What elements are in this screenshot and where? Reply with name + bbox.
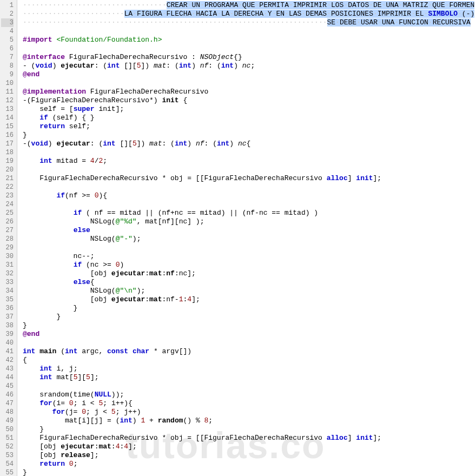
code-line[interactable]: - (void) ejecutar: (int [][5]) mat: (int… bbox=[23, 62, 476, 70]
code-line[interactable]: mat[i][j] = (int) 1 + random() % 8; bbox=[23, 416, 476, 425]
code-line[interactable]: else{ bbox=[23, 278, 476, 287]
code-line[interactable]: for(i= 0; i < 5; i++){ bbox=[23, 399, 476, 408]
line-number[interactable]: 18 bbox=[1, 148, 14, 157]
line-number[interactable]: 9 bbox=[1, 70, 14, 79]
line-number[interactable]: 25 bbox=[1, 209, 14, 217]
line-number[interactable]: 28 bbox=[1, 235, 14, 243]
line-number[interactable]: 11 bbox=[1, 88, 14, 96]
code-line[interactable]: if (nc >= 0) bbox=[23, 261, 476, 269]
line-number[interactable]: 19 bbox=[1, 157, 14, 166]
code-line[interactable]: NSLog(@"\n"); bbox=[23, 287, 476, 295]
line-number[interactable]: 38 bbox=[1, 321, 14, 330]
code-line[interactable] bbox=[23, 79, 476, 88]
line-number[interactable]: 32 bbox=[1, 269, 14, 278]
line-number[interactable]: 17 bbox=[1, 140, 14, 148]
code-line[interactable]: [obj ejecutar:mat:nf:nc]; bbox=[23, 269, 476, 278]
code-line[interactable]: } bbox=[23, 425, 476, 434]
code-line[interactable]: int mat[5][5]; bbox=[23, 373, 476, 382]
code-line[interactable]: self = [super init]; bbox=[23, 105, 476, 114]
line-number[interactable]: 33 bbox=[1, 278, 14, 287]
line-number[interactable]: 12 bbox=[1, 96, 14, 105]
code-line[interactable]: for(j= 0; j < 5; j++) bbox=[23, 408, 476, 416]
line-number[interactable]: 51 bbox=[1, 434, 14, 442]
line-number[interactable]: 24 bbox=[1, 200, 14, 209]
line-number[interactable]: 31 bbox=[1, 261, 14, 269]
code-line[interactable]: FiguraFlechaDerechaRecursivo * obj = [[F… bbox=[23, 174, 476, 183]
line-number[interactable]: 39 bbox=[1, 330, 14, 339]
code-line[interactable] bbox=[23, 339, 476, 347]
line-number[interactable]: 4 bbox=[1, 27, 14, 36]
code-line[interactable]: [obj ejecutar:mat:4:4]; bbox=[23, 442, 476, 451]
line-number[interactable]: 7 bbox=[1, 53, 14, 62]
code-line[interactable]: if (self) { } bbox=[23, 114, 476, 122]
code-line[interactable]: -(FiguraFlechaDerechaRecursivo*) init { bbox=[23, 96, 476, 105]
code-line[interactable] bbox=[23, 44, 476, 53]
code-line[interactable]: NSLog(@"%d", mat[nf][nc] ); bbox=[23, 217, 476, 226]
code-line[interactable] bbox=[23, 183, 476, 191]
code-line[interactable]: [obj release]; bbox=[23, 451, 476, 460]
line-number[interactable]: 45 bbox=[1, 382, 14, 391]
code-line[interactable]: else bbox=[23, 226, 476, 235]
code-line[interactable]: -(void) ejecutar: (int [][5]) mat: (int)… bbox=[23, 140, 476, 148]
code-line[interactable]: return self; bbox=[23, 122, 476, 131]
code-line[interactable] bbox=[23, 382, 476, 391]
code-line[interactable]: if(nf >= 0){ bbox=[23, 191, 476, 200]
code-line[interactable]: #import <Foundation/Foundation.h> bbox=[23, 36, 476, 44]
line-number[interactable]: 37 bbox=[1, 313, 14, 321]
code-line[interactable]: return 0; bbox=[23, 460, 476, 468]
code-line[interactable]: srandom(time(NULL)); bbox=[23, 391, 476, 399]
line-number[interactable]: 40 bbox=[1, 339, 14, 347]
code-line[interactable]: @interface FiguraFlechaDerechaRecursivo … bbox=[23, 53, 476, 62]
line-number[interactable]: 55 bbox=[1, 468, 14, 476]
line-number[interactable]: 29 bbox=[1, 243, 14, 252]
code-area[interactable]: tutorias.co ····························… bbox=[17, 0, 476, 476]
line-number[interactable]: 14 bbox=[1, 114, 14, 122]
code-line[interactable] bbox=[23, 243, 476, 252]
code-line[interactable]: ········································… bbox=[23, 18, 476, 27]
line-number[interactable]: 15 bbox=[1, 122, 14, 131]
code-line[interactable]: } bbox=[23, 313, 476, 321]
code-line[interactable] bbox=[23, 200, 476, 209]
code-line[interactable]: ························LA·FIGURA·FLECHA… bbox=[23, 10, 476, 18]
line-number[interactable]: 48 bbox=[1, 408, 14, 416]
line-number[interactable]: 43 bbox=[1, 365, 14, 373]
line-number[interactable]: 30 bbox=[1, 252, 14, 261]
line-number[interactable]: 54 bbox=[1, 460, 14, 468]
line-number[interactable]: 13 bbox=[1, 105, 14, 114]
code-line[interactable] bbox=[23, 166, 476, 174]
code-line[interactable]: FiguraFlechaDerechaRecursivo * obj = [[F… bbox=[23, 434, 476, 442]
line-number[interactable]: 47 bbox=[1, 399, 14, 408]
line-number[interactable]: 8 bbox=[1, 62, 14, 70]
line-number[interactable]: 10 bbox=[1, 79, 14, 88]
code-line[interactable] bbox=[23, 148, 476, 157]
line-number[interactable]: 52 bbox=[1, 442, 14, 451]
code-line[interactable]: } bbox=[23, 304, 476, 313]
line-number[interactable]: 53 bbox=[1, 451, 14, 460]
code-line[interactable]: [obj ejecutar:mat:nf-1:4]; bbox=[23, 295, 476, 304]
code-line[interactable]: } bbox=[23, 131, 476, 140]
line-number[interactable]: 46 bbox=[1, 391, 14, 399]
line-number[interactable]: 22 bbox=[1, 183, 14, 191]
code-line[interactable]: { bbox=[23, 356, 476, 365]
line-number[interactable]: 34 bbox=[1, 287, 14, 295]
line-number[interactable]: 44 bbox=[1, 373, 14, 382]
line-number[interactable]: 35 bbox=[1, 295, 14, 304]
line-number[interactable]: 2 bbox=[1, 10, 14, 18]
line-number[interactable]: 27 bbox=[1, 226, 14, 235]
code-line[interactable]: @implementation FiguraFlechaDerechaRecur… bbox=[23, 88, 476, 96]
code-line[interactable]: int mitad = 4/2; bbox=[23, 157, 476, 166]
line-number[interactable]: 16 bbox=[1, 131, 14, 140]
code-line[interactable]: int main (int argc, const char * argv[]) bbox=[23, 347, 476, 356]
code-line[interactable]: @end bbox=[23, 330, 476, 339]
line-number-gutter[interactable]: 1234567891011121314151617181920212223242… bbox=[0, 0, 17, 476]
line-number[interactable]: 21 bbox=[1, 174, 14, 183]
line-number[interactable]: 41 bbox=[1, 347, 14, 356]
code-line[interactable]: } bbox=[23, 468, 476, 476]
line-number[interactable]: 26 bbox=[1, 217, 14, 226]
line-number[interactable]: 23 bbox=[1, 191, 14, 200]
code-line[interactable]: NSLog(@"-"); bbox=[23, 235, 476, 243]
code-line[interactable]: if ( nf == mitad || (nf+nc == mitad) || … bbox=[23, 209, 476, 217]
line-number[interactable]: 3 bbox=[1, 18, 14, 27]
code-line[interactable]: nc--; bbox=[23, 252, 476, 261]
code-line[interactable]: int i, j; bbox=[23, 365, 476, 373]
